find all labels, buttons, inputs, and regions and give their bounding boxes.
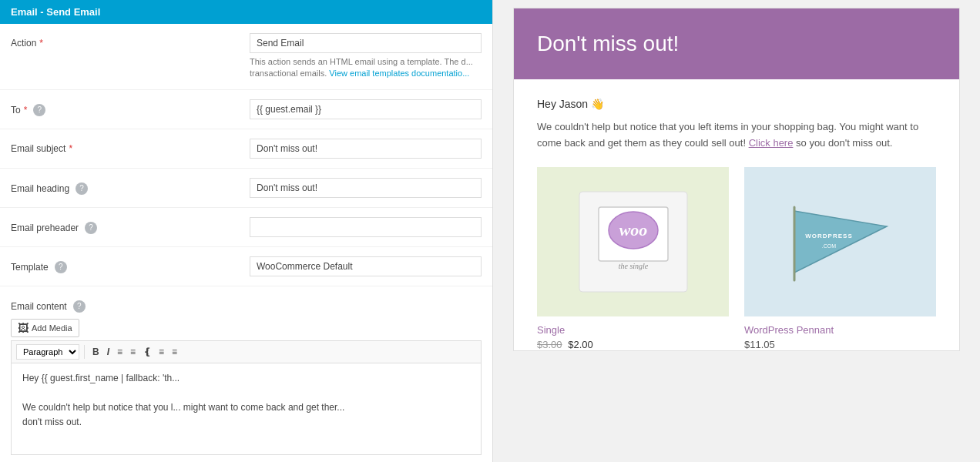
field-template [250, 256, 482, 276]
label-heading: Email heading ? [11, 178, 250, 195]
svg-text:.COM: .COM [821, 243, 835, 249]
product-name-single[interactable]: Single [537, 324, 729, 336]
form-row-subject: Email subject * [0, 129, 492, 169]
product-image-woo: woo the single [537, 167, 729, 316]
left-panel: Email - Send Email Action * This action … [0, 0, 493, 462]
preview-header: Don't miss out! [514, 8, 959, 79]
product-price-wp: $11.05 [744, 339, 936, 350]
label-to: To * ? [11, 99, 250, 116]
add-media-button[interactable]: 🖼 Add Media [11, 319, 79, 337]
info-icon-content[interactable]: ? [73, 300, 86, 313]
email-preview: Don't miss out! Hey Jason 👋 We couldn't … [513, 8, 960, 351]
editor-toolbar: Paragraph Heading 1 Heading 2 Heading 3 … [11, 340, 482, 363]
wp-svg: WORDPRESS .COM [779, 184, 902, 300]
form-row-heading: Email heading ? [0, 169, 492, 208]
panel-header: Email - Send Email [0, 0, 492, 24]
app-container: Email - Send Email Action * This action … [0, 0, 980, 462]
woo-svg: woo the single [572, 184, 695, 300]
info-icon-heading[interactable]: ? [76, 182, 88, 195]
product-image-wp: WORDPRESS .COM [744, 167, 936, 316]
svg-text:the single: the single [618, 262, 648, 270]
field-preheader [250, 217, 482, 237]
field-subject [250, 139, 482, 159]
form-body: Action * This action sends an HTML email… [0, 24, 492, 462]
click-here-link[interactable]: Click here [749, 137, 794, 149]
preview-body-text: We couldn't help but notice that you lef… [537, 119, 936, 152]
svg-text:WORDPRESS: WORDPRESS [805, 233, 852, 239]
product-price-single: $3.00 $2.00 [537, 339, 729, 350]
form-row-template: Template ? [0, 247, 492, 286]
email-templates-link[interactable]: View email templates documentatio... [329, 69, 469, 78]
list-ul-button[interactable]: ≡ [114, 345, 126, 359]
more-button[interactable]: ≡ [169, 345, 180, 359]
action-input[interactable] [250, 33, 482, 53]
form-row-to: To * ? [0, 90, 492, 129]
panel-title: Email - Send Email [11, 6, 100, 18]
products-grid: woo the single Single $3.00 $2.00 [537, 167, 936, 316]
info-icon-preheader[interactable]: ? [85, 222, 97, 234]
blockquote-button[interactable]: ❴ [140, 345, 154, 359]
product-name-wp[interactable]: WordPress Pennant [744, 324, 936, 336]
label-template: Template ? [11, 256, 250, 273]
preheader-input[interactable] [250, 217, 482, 237]
format-select[interactable]: Paragraph Heading 1 Heading 2 Heading 3 [16, 344, 79, 360]
toolbar-separator [84, 345, 85, 359]
subject-input[interactable] [250, 139, 482, 159]
product-item-single: woo the single Single $3.00 $2.00 [537, 167, 729, 316]
field-to [250, 99, 482, 119]
add-media-icon: 🖼 [18, 322, 29, 334]
editor-wrapper: 🖼 Add Media Paragraph Heading 1 Heading … [11, 319, 482, 455]
svg-text:woo: woo [619, 220, 647, 239]
form-row-preheader: Email preheader ? [0, 208, 492, 247]
field-action: This action sends an HTML email using a … [250, 33, 482, 80]
label-preheader: Email preheader ? [11, 217, 250, 234]
action-description: This action sends an HTML email using a … [250, 56, 482, 80]
product-item-wp: WORDPRESS .COM WordPress Pennant $11.05 [744, 167, 936, 316]
preview-heading: Don't miss out! [537, 32, 936, 56]
add-media-bar: 🖼 Add Media [11, 319, 482, 337]
label-content: Email content ? [11, 296, 250, 319]
template-input[interactable] [250, 256, 482, 276]
editor-content[interactable]: Hey {{ guest.first_name | fallback: 'th.… [11, 363, 482, 455]
label-action: Action * [11, 33, 250, 49]
preview-greeting: Hey Jason 👋 [537, 98, 936, 110]
italic-button[interactable]: I [104, 345, 112, 359]
required-star-to: * [24, 105, 28, 116]
required-star: * [39, 38, 43, 49]
info-icon-template[interactable]: ? [55, 261, 67, 273]
heading-input[interactable] [250, 178, 482, 198]
to-input[interactable] [250, 99, 482, 119]
info-icon-to[interactable]: ? [33, 104, 45, 116]
preview-body: Hey Jason 👋 We couldn't help but notice … [514, 79, 959, 350]
required-star-subject: * [69, 143, 72, 154]
bold-button[interactable]: B [89, 345, 102, 359]
label-subject: Email subject * [11, 139, 250, 154]
right-panel: Don't miss out! Hey Jason 👋 We couldn't … [493, 0, 980, 462]
field-heading [250, 178, 482, 198]
form-row-content: Email content ? 🖼 Add Media Paragra [0, 286, 492, 462]
list-ol-button[interactable]: ≡ [127, 345, 139, 359]
form-row-action: Action * This action sends an HTML email… [0, 24, 492, 90]
align-button[interactable]: ≡ [156, 345, 167, 359]
